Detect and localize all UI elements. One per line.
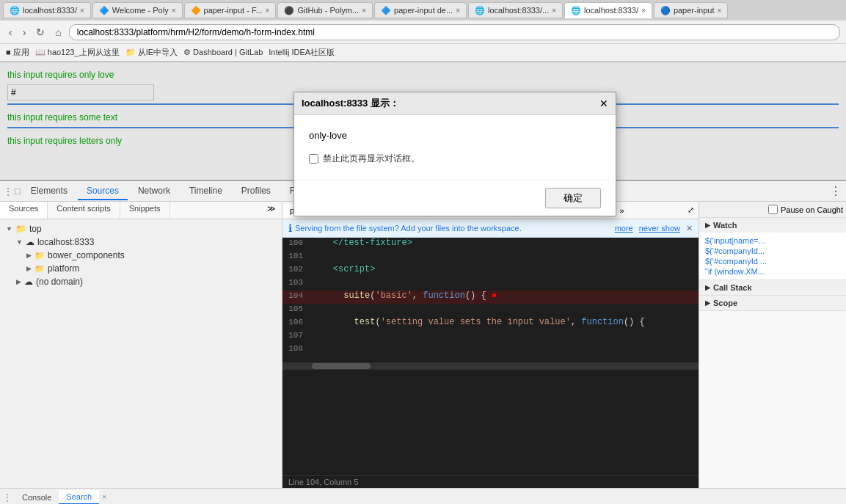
workspace-notice: ℹ Serving from the file system? Add your… bbox=[282, 219, 699, 238]
code-area: paper-input.html × only-love.html o-base… bbox=[282, 202, 699, 488]
tab-close[interactable]: × bbox=[266, 7, 270, 15]
tab-network[interactable]: Network bbox=[129, 183, 179, 200]
expand-arrow-bower: ▶ bbox=[26, 252, 32, 259]
bookmark-intellij[interactable]: Intellij IDEA社区版 bbox=[269, 47, 335, 58]
tab-github[interactable]: ⚫ GitHub - Polym... × bbox=[277, 2, 373, 18]
bookmark-ie[interactable]: 📁 从IE中导入 bbox=[125, 47, 178, 58]
code-line-108: 108 bbox=[282, 343, 699, 357]
tab-welcome[interactable]: 🔷 Welcome - Poly × bbox=[92, 2, 183, 18]
subtab-snippets[interactable]: Snippets bbox=[120, 202, 170, 219]
tree-item-localhost[interactable]: ▼ ☁ localhost:8333 bbox=[13, 235, 279, 249]
cloud-icon-localhost: ☁ bbox=[26, 237, 34, 247]
tab-sources[interactable]: Sources bbox=[78, 183, 128, 200]
callstack-header[interactable]: ▶ Call Stack bbox=[699, 280, 846, 295]
devtools-settings-button[interactable]: ⋮ bbox=[828, 183, 843, 200]
sources-subtabs: Sources Content scripts Snippets ≫ bbox=[0, 202, 282, 219]
alert-message: only-love bbox=[309, 130, 601, 141]
bookmark-dashboard[interactable]: ⚙ Dashboard | GitLab bbox=[183, 48, 263, 57]
tab-favicon: 🌐 bbox=[475, 6, 485, 15]
back-button[interactable]: ‹ bbox=[6, 25, 15, 40]
alert-checkbox[interactable] bbox=[309, 154, 318, 164]
bottom-panel: ⋮ Console Search × Ignore case Regular e… bbox=[0, 488, 846, 504]
tab-close[interactable]: × bbox=[362, 7, 366, 15]
bottom-drag-icon[interactable]: ⋮ bbox=[0, 492, 15, 503]
forward-button[interactable]: › bbox=[20, 25, 29, 40]
alert-dialog: localhost:8333 显示： ✕ only-love 禁止此页再显示对话… bbox=[293, 92, 616, 216]
alert-body: only-love 禁止此页再显示对话框。 bbox=[294, 115, 616, 180]
tab-favicon: 🔵 bbox=[660, 6, 671, 15]
alert-close-button[interactable]: ✕ bbox=[599, 98, 608, 109]
tab-localhost-1[interactable]: 🌐 localhost:8333/ × bbox=[3, 2, 91, 18]
subtab-more[interactable]: ≫ bbox=[261, 202, 282, 219]
watch-header[interactable]: ▶ Watch bbox=[699, 218, 846, 233]
tab-label: localhost:8333/ bbox=[23, 6, 77, 15]
notice-links: more never show ✕ bbox=[615, 224, 693, 233]
alert-ok-button[interactable]: 确定 bbox=[545, 188, 601, 208]
watch-item-3: $('#companyId ... bbox=[705, 256, 840, 266]
pause-checkbox[interactable] bbox=[768, 205, 778, 214]
tab-timeline[interactable]: Timeline bbox=[180, 183, 231, 200]
callstack-arrow: ▶ bbox=[705, 284, 710, 291]
code-lines: 100 </test-fixture> 101 102 <script> 103 bbox=[282, 238, 699, 357]
bookmark-apps[interactable]: ■ 应用 bbox=[6, 47, 29, 58]
bookmark-hao123[interactable]: 📖 hao123_上网从这里 bbox=[35, 47, 120, 58]
subtab-sources[interactable]: Sources bbox=[0, 202, 48, 219]
tree-indent-top: ▼ ☁ localhost:8333 ▶ 📁 bower_components … bbox=[3, 235, 279, 288]
reload-button[interactable]: ↻ bbox=[33, 25, 48, 40]
tree-item-platform[interactable]: ▶ 📁 platform bbox=[23, 262, 279, 275]
address-bar[interactable] bbox=[69, 24, 840, 40]
tab-bar: 🌐 localhost:8333/ × 🔷 Welcome - Poly × 🔶… bbox=[0, 0, 846, 21]
code-line-106: 106 test('setting value sets the input v… bbox=[282, 317, 699, 330]
bottom-tab-close[interactable]: × bbox=[99, 493, 109, 501]
tab-label: localhost:8333/... bbox=[488, 6, 549, 15]
tab-localhost-active[interactable]: 🌐 localhost:8333/ × bbox=[564, 2, 652, 18]
alert-footer: 确定 bbox=[294, 180, 616, 216]
expand-arrow-platform: ▶ bbox=[26, 265, 32, 272]
notice-text: Serving from the file system? Add your f… bbox=[295, 224, 522, 233]
tab-close[interactable]: × bbox=[80, 7, 84, 15]
devtools-icon: □ bbox=[15, 186, 21, 197]
expand-editor-button[interactable]: ⤢ bbox=[683, 203, 699, 217]
alert-checkbox-row: 禁止此页再显示对话框。 bbox=[309, 153, 601, 165]
tab-close[interactable]: × bbox=[456, 7, 460, 15]
code-editor[interactable]: 100 </test-fixture> 101 102 <script> 103 bbox=[282, 238, 699, 475]
tree-item-bower[interactable]: ▶ 📁 bower_components bbox=[23, 249, 279, 262]
watch-item-2: $('#companyId... bbox=[705, 246, 840, 256]
alert-checkbox-label: 禁止此页再显示对话框。 bbox=[323, 153, 420, 165]
watch-item-4: "if (window.XM... bbox=[705, 266, 840, 277]
tab-paper-input-de[interactable]: 🔷 paper-input de... × bbox=[374, 2, 467, 18]
tab-label: localhost:8333/ bbox=[584, 6, 638, 15]
watch-label: Watch bbox=[713, 221, 737, 230]
code-line-101: 101 bbox=[282, 251, 699, 264]
code-line-102: 102 <script> bbox=[282, 264, 699, 277]
bottom-tab-search[interactable]: Search bbox=[59, 490, 99, 505]
bottom-tab-console[interactable]: Console bbox=[15, 491, 59, 504]
alert-titlebar: localhost:8333 显示： ✕ bbox=[294, 92, 616, 115]
watch-items: $('input[name=... $('#companyId... $('#c… bbox=[699, 233, 846, 280]
tab-elements[interactable]: Elements bbox=[22, 183, 76, 200]
subtab-content-scripts[interactable]: Content scripts bbox=[48, 202, 120, 219]
tab-profiles[interactable]: Profiles bbox=[233, 183, 280, 200]
file-tab-more[interactable]: » bbox=[615, 204, 628, 217]
browser-chrome: 🌐 localhost:8333/ × 🔷 Welcome - Poly × 🔶… bbox=[0, 0, 846, 62]
home-button[interactable]: ⌂ bbox=[52, 25, 64, 40]
code-scrollbar-h[interactable] bbox=[282, 362, 699, 370]
tab-label: GitHub - Polym... bbox=[297, 6, 359, 15]
tab-close[interactable]: × bbox=[718, 7, 722, 15]
tab-paper-input-f[interactable]: 🔶 paper-input - F... × bbox=[184, 2, 277, 18]
notice-more-link[interactable]: more bbox=[615, 224, 633, 233]
tab-close[interactable]: × bbox=[641, 7, 646, 15]
notice-never-link[interactable]: never show bbox=[639, 224, 680, 233]
scope-header[interactable]: ▶ Scope bbox=[699, 296, 846, 310]
tree-item-top[interactable]: ▼ 📁 top bbox=[3, 222, 279, 235]
tab-paper-input-last[interactable]: 🔵 paper-input × bbox=[654, 2, 729, 18]
tree-item-no-domain[interactable]: ▶ ☁ (no domain) bbox=[13, 275, 279, 288]
nav-bar: ‹ › ↻ ⌂ bbox=[0, 21, 846, 44]
notice-close-icon[interactable]: ✕ bbox=[686, 224, 693, 233]
devtools-drag-icon: ⋮ bbox=[3, 186, 13, 197]
tab-close[interactable]: × bbox=[552, 7, 556, 15]
tab-localhost-2[interactable]: 🌐 localhost:8333/... × bbox=[468, 2, 563, 18]
tab-close[interactable]: × bbox=[172, 7, 176, 15]
code-line-104: 104 suite('basic', function() { ● bbox=[282, 291, 699, 304]
code-line-103: 103 bbox=[282, 277, 699, 291]
